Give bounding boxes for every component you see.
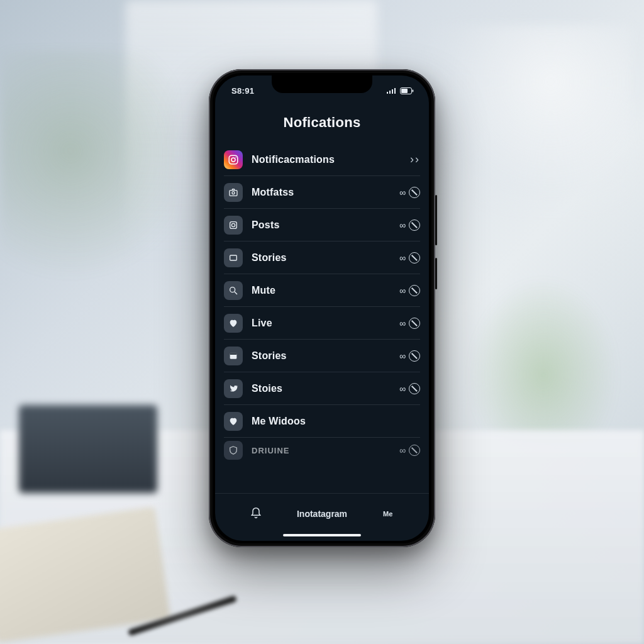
bell-icon <box>250 507 262 519</box>
row-label: Driuine <box>252 446 391 455</box>
tab-me[interactable]: Me <box>369 510 407 518</box>
camera-icon <box>224 183 243 202</box>
battery-icon <box>400 87 414 94</box>
svg-point-8 <box>231 158 235 162</box>
tab-label: Me <box>383 510 392 518</box>
mute-icon <box>409 285 420 296</box>
mute-icon <box>409 318 420 329</box>
svg-rect-12 <box>230 221 237 228</box>
chevron-right-icon: ›› <box>410 153 420 166</box>
square-o-icon <box>224 216 243 235</box>
mute-icon <box>409 219 420 231</box>
heart-icon <box>224 412 243 431</box>
tab-bar: Inotatagram Me <box>215 493 429 541</box>
svg-rect-18 <box>230 353 237 355</box>
row-label: Notificacmations <box>252 154 401 165</box>
infinity-icon: ∞ <box>399 286 405 296</box>
tab-label: Inotatagram <box>297 509 347 519</box>
infinity-icon: ∞ <box>399 187 405 197</box>
infinity-icon: ∞ <box>399 220 405 230</box>
row-stories-2[interactable]: Stories ∞ <box>224 340 420 372</box>
mute-icon <box>409 187 420 198</box>
svg-rect-0 <box>387 92 388 94</box>
phone-device: S8:91 Nofications Notificacmations ›› <box>209 69 435 547</box>
tab-instagram[interactable]: Inotatagram <box>297 509 347 519</box>
svg-rect-6 <box>413 89 414 92</box>
infinity-icon: ∞ <box>399 384 405 394</box>
phone-notch <box>272 75 372 93</box>
row-label: Stories <box>252 252 391 264</box>
shield-icon <box>224 441 243 460</box>
row-notifications[interactable]: Notificacmations ›› <box>224 143 420 176</box>
svg-point-15 <box>230 287 235 292</box>
settings-list: Notificacmations ›› Motfatss ∞ Posts ∞ <box>215 143 429 493</box>
rect-icon <box>224 248 243 267</box>
instagram-icon <box>224 150 243 169</box>
bird-icon <box>224 379 243 398</box>
phone-screen: S8:91 Nofications Notificacmations ›› <box>215 75 429 541</box>
page-title: Nofications <box>215 103 429 143</box>
row-driuine[interactable]: Driuine ∞ <box>224 438 420 463</box>
svg-point-9 <box>235 157 236 158</box>
row-label: Me Widoos <box>252 416 411 427</box>
row-label: Motfatss <box>252 187 391 198</box>
mute-icon <box>409 445 420 456</box>
row-mute[interactable]: Mute ∞ <box>224 274 420 307</box>
search-icon <box>224 281 243 300</box>
mute-icon <box>409 350 420 362</box>
row-live[interactable]: Live ∞ <box>224 307 420 340</box>
infinity-icon: ∞ <box>399 253 405 263</box>
row-label: Posts <box>252 219 391 231</box>
row-stoies[interactable]: Stoies ∞ <box>224 372 420 405</box>
row-posts[interactable]: Posts ∞ <box>224 209 420 242</box>
signal-icon <box>387 87 397 94</box>
svg-rect-3 <box>394 88 396 94</box>
tab-notifications[interactable] <box>237 507 275 521</box>
svg-rect-14 <box>230 255 237 260</box>
row-motfatss[interactable]: Motfatss ∞ <box>224 176 420 209</box>
status-time: S8:91 <box>231 86 254 96</box>
mute-icon <box>409 383 420 394</box>
card-icon <box>224 347 243 365</box>
background-book <box>19 405 157 493</box>
infinity-icon: ∞ <box>399 351 405 361</box>
background-plant <box>0 50 176 302</box>
svg-point-11 <box>232 191 235 194</box>
home-indicator[interactable] <box>283 534 361 536</box>
mute-icon <box>409 252 420 264</box>
row-me-widoos[interactable]: Me Widoos <box>224 405 420 438</box>
background-lamp <box>430 25 631 214</box>
row-label: Stoies <box>252 383 391 394</box>
row-label: Live <box>252 318 391 329</box>
svg-rect-10 <box>230 190 237 196</box>
infinity-icon: ∞ <box>399 318 405 328</box>
heart-icon <box>224 314 243 333</box>
svg-line-16 <box>235 292 237 294</box>
background-plant <box>468 277 619 440</box>
svg-rect-5 <box>401 89 408 93</box>
row-stories[interactable]: Stories ∞ <box>224 242 420 274</box>
svg-rect-7 <box>229 155 238 164</box>
row-label: Stories <box>252 350 391 362</box>
row-label: Mute <box>252 285 391 296</box>
svg-point-13 <box>231 223 235 226</box>
svg-rect-1 <box>389 91 391 94</box>
infinity-icon: ∞ <box>399 445 405 455</box>
svg-rect-2 <box>392 89 393 94</box>
